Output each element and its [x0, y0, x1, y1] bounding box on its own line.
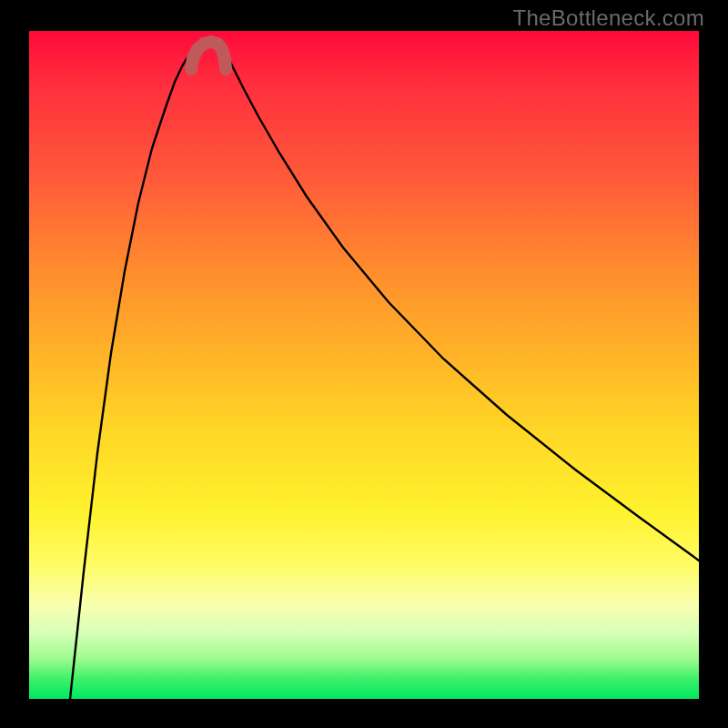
chart-svg — [29, 31, 699, 699]
curve-right-branch — [226, 53, 699, 561]
watermark-text: TheBottleneck.com — [512, 5, 704, 31]
curve-left-branch — [70, 53, 191, 699]
chart-frame: TheBottleneck.com — [0, 0, 728, 728]
plot-area — [29, 31, 699, 699]
cusp-marker — [191, 42, 226, 69]
